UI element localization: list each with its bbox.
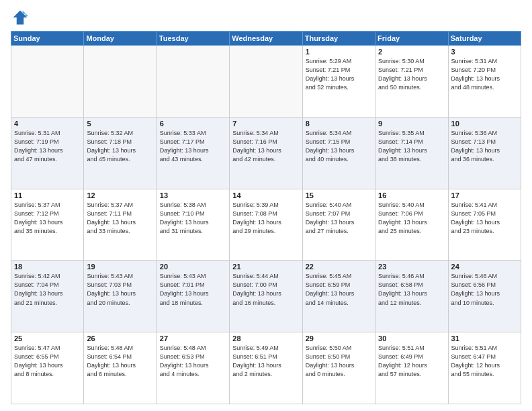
day-number: 25 xyxy=(14,334,81,342)
day-header-sunday: Sunday xyxy=(11,32,84,46)
calendar-header-row: SundayMondayTuesdayWednesdayThursdayFrid… xyxy=(11,32,521,46)
day-number: 30 xyxy=(378,334,445,342)
day-number: 5 xyxy=(87,120,153,128)
day-number: 31 xyxy=(451,334,518,342)
calendar-cell: 4Sunrise: 5:31 AM Sunset: 7:19 PM Daylig… xyxy=(11,117,84,189)
day-header-thursday: Thursday xyxy=(302,32,375,46)
calendar-cell: 7Sunrise: 5:34 AM Sunset: 7:16 PM Daylig… xyxy=(230,117,302,189)
calendar-cell: 14Sunrise: 5:39 AM Sunset: 7:08 PM Dayli… xyxy=(230,189,302,261)
calendar-cell: 15Sunrise: 5:40 AM Sunset: 7:07 PM Dayli… xyxy=(302,189,375,261)
cell-info: Sunrise: 5:44 AM Sunset: 7:00 PM Dayligh… xyxy=(232,272,299,307)
cell-info: Sunrise: 5:43 AM Sunset: 7:01 PM Dayligh… xyxy=(160,272,226,307)
svg-marker-0 xyxy=(13,11,28,25)
week-row-3: 11Sunrise: 5:37 AM Sunset: 7:12 PM Dayli… xyxy=(11,189,521,261)
calendar-cell: 29Sunrise: 5:50 AM Sunset: 6:50 PM Dayli… xyxy=(302,332,375,404)
calendar-cell: 2Sunrise: 5:30 AM Sunset: 7:21 PM Daylig… xyxy=(375,46,448,118)
day-number: 6 xyxy=(160,120,226,128)
cell-info: Sunrise: 5:46 AM Sunset: 6:58 PM Dayligh… xyxy=(378,272,445,307)
cell-info: Sunrise: 5:34 AM Sunset: 7:15 PM Dayligh… xyxy=(306,129,372,164)
cell-info: Sunrise: 5:48 AM Sunset: 6:53 PM Dayligh… xyxy=(160,344,226,379)
calendar-cell: 21Sunrise: 5:44 AM Sunset: 7:00 PM Dayli… xyxy=(230,261,302,332)
day-number: 3 xyxy=(451,48,518,56)
day-header-saturday: Saturday xyxy=(448,32,521,46)
day-number: 12 xyxy=(87,191,153,199)
day-number: 20 xyxy=(160,263,226,271)
calendar-cell: 10Sunrise: 5:36 AM Sunset: 7:13 PM Dayli… xyxy=(448,117,521,189)
day-header-monday: Monday xyxy=(84,32,157,46)
day-number: 17 xyxy=(451,191,518,199)
cell-info: Sunrise: 5:36 AM Sunset: 7:13 PM Dayligh… xyxy=(451,129,518,164)
calendar-cell: 22Sunrise: 5:45 AM Sunset: 6:59 PM Dayli… xyxy=(302,261,375,332)
cell-info: Sunrise: 5:51 AM Sunset: 6:49 PM Dayligh… xyxy=(378,344,445,379)
calendar-cell: 9Sunrise: 5:35 AM Sunset: 7:14 PM Daylig… xyxy=(375,117,448,189)
calendar-cell: 12Sunrise: 5:37 AM Sunset: 7:11 PM Dayli… xyxy=(84,189,157,261)
day-number: 26 xyxy=(87,334,153,342)
calendar-cell: 23Sunrise: 5:46 AM Sunset: 6:58 PM Dayli… xyxy=(375,261,448,332)
cell-info: Sunrise: 5:35 AM Sunset: 7:14 PM Dayligh… xyxy=(378,129,445,164)
day-number: 1 xyxy=(306,48,372,56)
calendar-cell: 19Sunrise: 5:43 AM Sunset: 7:03 PM Dayli… xyxy=(84,261,157,332)
day-number: 9 xyxy=(378,120,445,128)
calendar-cell: 17Sunrise: 5:41 AM Sunset: 7:05 PM Dayli… xyxy=(448,189,521,261)
day-number: 24 xyxy=(451,263,518,271)
calendar-cell: 31Sunrise: 5:51 AM Sunset: 6:47 PM Dayli… xyxy=(448,332,521,404)
day-number: 15 xyxy=(306,191,372,199)
day-number: 28 xyxy=(232,334,299,342)
day-number: 7 xyxy=(232,120,299,128)
cell-info: Sunrise: 5:51 AM Sunset: 6:47 PM Dayligh… xyxy=(451,344,518,379)
cell-info: Sunrise: 5:40 AM Sunset: 7:06 PM Dayligh… xyxy=(378,201,445,236)
cell-info: Sunrise: 5:37 AM Sunset: 7:11 PM Dayligh… xyxy=(87,201,153,236)
logo-icon xyxy=(11,8,30,27)
calendar-cell xyxy=(157,46,229,118)
calendar-cell xyxy=(11,46,84,118)
calendar-cell: 25Sunrise: 5:47 AM Sunset: 6:55 PM Dayli… xyxy=(11,332,84,404)
cell-info: Sunrise: 5:38 AM Sunset: 7:10 PM Dayligh… xyxy=(160,201,226,236)
day-number: 21 xyxy=(232,263,299,271)
calendar-cell: 27Sunrise: 5:48 AM Sunset: 6:53 PM Dayli… xyxy=(157,332,229,404)
calendar-cell: 18Sunrise: 5:42 AM Sunset: 7:04 PM Dayli… xyxy=(11,261,84,332)
day-number: 27 xyxy=(160,334,226,342)
calendar-cell: 6Sunrise: 5:33 AM Sunset: 7:17 PM Daylig… xyxy=(157,117,229,189)
cell-info: Sunrise: 5:48 AM Sunset: 6:54 PM Dayligh… xyxy=(87,344,153,379)
day-number: 16 xyxy=(378,191,445,199)
cell-info: Sunrise: 5:31 AM Sunset: 7:19 PM Dayligh… xyxy=(14,129,81,164)
calendar-table: SundayMondayTuesdayWednesdayThursdayFrid… xyxy=(11,31,521,404)
day-header-wednesday: Wednesday xyxy=(230,32,302,46)
calendar-cell xyxy=(84,46,157,118)
calendar-cell: 16Sunrise: 5:40 AM Sunset: 7:06 PM Dayli… xyxy=(375,189,448,261)
cell-info: Sunrise: 5:45 AM Sunset: 6:59 PM Dayligh… xyxy=(306,272,372,307)
cell-info: Sunrise: 5:50 AM Sunset: 6:50 PM Dayligh… xyxy=(306,344,372,379)
cell-info: Sunrise: 5:43 AM Sunset: 7:03 PM Dayligh… xyxy=(87,272,153,307)
calendar-cell: 30Sunrise: 5:51 AM Sunset: 6:49 PM Dayli… xyxy=(375,332,448,404)
calendar-cell: 24Sunrise: 5:46 AM Sunset: 6:56 PM Dayli… xyxy=(448,261,521,332)
day-number: 13 xyxy=(160,191,226,199)
calendar-cell: 3Sunrise: 5:31 AM Sunset: 7:20 PM Daylig… xyxy=(448,46,521,118)
cell-info: Sunrise: 5:49 AM Sunset: 6:51 PM Dayligh… xyxy=(232,344,299,379)
logo xyxy=(11,8,32,27)
cell-info: Sunrise: 5:29 AM Sunset: 7:21 PM Dayligh… xyxy=(306,57,372,92)
day-number: 14 xyxy=(232,191,299,199)
day-number: 18 xyxy=(14,263,81,271)
day-number: 8 xyxy=(306,120,372,128)
cell-info: Sunrise: 5:33 AM Sunset: 7:17 PM Dayligh… xyxy=(160,129,226,164)
day-number: 29 xyxy=(306,334,372,342)
cell-info: Sunrise: 5:46 AM Sunset: 6:56 PM Dayligh… xyxy=(451,272,518,307)
day-number: 19 xyxy=(87,263,153,271)
header xyxy=(11,8,521,27)
week-row-4: 18Sunrise: 5:42 AM Sunset: 7:04 PM Dayli… xyxy=(11,261,521,332)
calendar-cell: 26Sunrise: 5:48 AM Sunset: 6:54 PM Dayli… xyxy=(84,332,157,404)
calendar-cell xyxy=(230,46,302,118)
page: SundayMondayTuesdayWednesdayThursdayFrid… xyxy=(0,0,532,411)
calendar-cell: 8Sunrise: 5:34 AM Sunset: 7:15 PM Daylig… xyxy=(302,117,375,189)
day-number: 22 xyxy=(306,263,372,271)
cell-info: Sunrise: 5:30 AM Sunset: 7:21 PM Dayligh… xyxy=(378,57,445,92)
week-row-5: 25Sunrise: 5:47 AM Sunset: 6:55 PM Dayli… xyxy=(11,332,521,404)
day-number: 23 xyxy=(378,263,445,271)
day-number: 10 xyxy=(451,120,518,128)
week-row-1: 1Sunrise: 5:29 AM Sunset: 7:21 PM Daylig… xyxy=(11,46,521,118)
cell-info: Sunrise: 5:39 AM Sunset: 7:08 PM Dayligh… xyxy=(232,201,299,236)
calendar-cell: 28Sunrise: 5:49 AM Sunset: 6:51 PM Dayli… xyxy=(230,332,302,404)
calendar-cell: 20Sunrise: 5:43 AM Sunset: 7:01 PM Dayli… xyxy=(157,261,229,332)
cell-info: Sunrise: 5:42 AM Sunset: 7:04 PM Dayligh… xyxy=(14,272,81,307)
calendar-cell: 13Sunrise: 5:38 AM Sunset: 7:10 PM Dayli… xyxy=(157,189,229,261)
